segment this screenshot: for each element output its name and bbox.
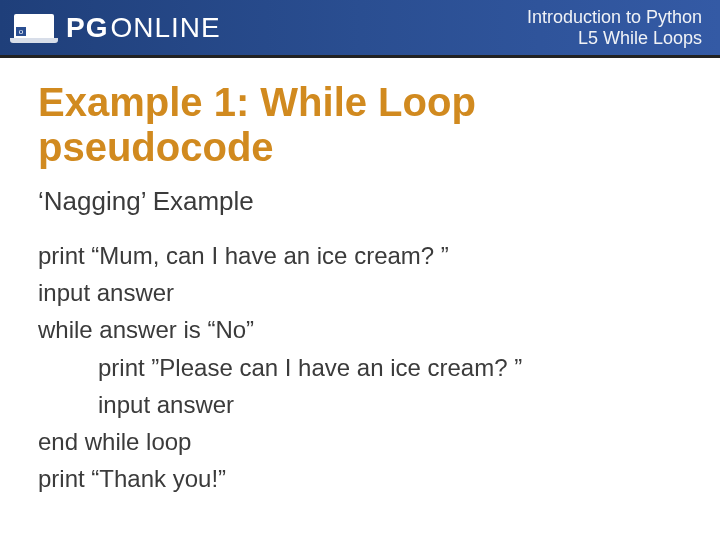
slide-title: Example 1: While Loop pseudocode [38,80,682,170]
brand-online: ONLINE [110,12,220,44]
brand-pg: PG [66,12,108,44]
header-band: o PG ONLINE Introduction to Python L5 Wh… [0,0,720,58]
course-line1: Introduction to Python [527,7,702,28]
slide-content: Example 1: While Loop pseudocode ‘Naggin… [0,58,720,497]
slide-subtitle: ‘Nagging’ Example [38,186,682,217]
laptop-icon: o [12,13,56,43]
code-line-indent: print ”Please can I have an ice cream? ” [38,349,682,386]
code-line: while answer is “No” [38,311,682,348]
code-line-indent: input answer [38,386,682,423]
course-line2: L5 While Loops [527,28,702,49]
code-line: end while loop [38,423,682,460]
code-line: print “Mum, can I have an ice cream? ” [38,237,682,274]
brand-text: PG ONLINE [66,12,221,44]
pseudocode-block: print “Mum, can I have an ice cream? ” i… [38,237,682,497]
course-title: Introduction to Python L5 While Loops [527,7,702,48]
logo-cluster: o PG ONLINE [12,12,221,44]
laptop-key-glyph: o [16,27,26,36]
code-line: input answer [38,274,682,311]
code-line: print “Thank you!” [38,460,682,497]
